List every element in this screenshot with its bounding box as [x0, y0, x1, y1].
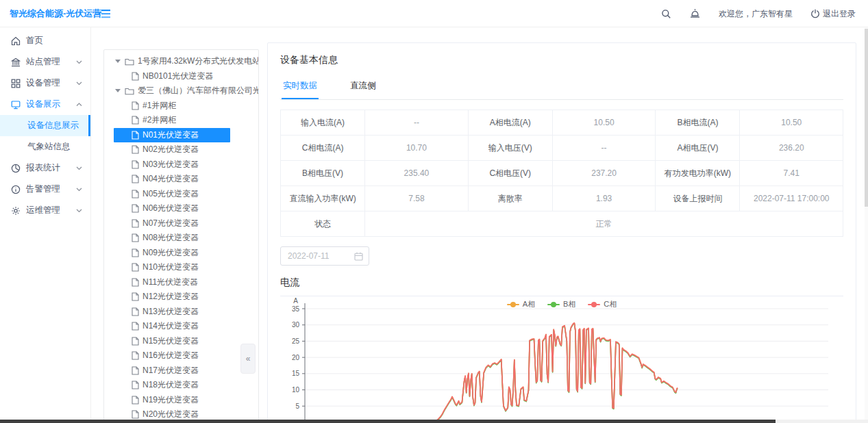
tree-node-file[interactable]: N02光伏逆变器 — [104, 142, 258, 157]
horizontal-scrollbar-thumb[interactable] — [0, 420, 776, 423]
tree-node-file[interactable]: N19光伏逆变器 — [104, 393, 258, 408]
date-picker-value: 2022-07-11 — [288, 251, 354, 261]
tree-node-file[interactable]: N16光伏逆变器 — [104, 348, 258, 363]
legend-item-phase-b[interactable]: B相 — [547, 299, 575, 309]
cell-value: 237.20 — [552, 161, 656, 186]
caret-down-icon[interactable] — [115, 89, 121, 92]
legend-item-phase-a[interactable]: A相 — [507, 299, 535, 309]
gear-icon — [11, 206, 21, 216]
tree-node-file[interactable]: #2并网柜 — [104, 113, 258, 128]
tree-node-label: N04光伏逆变器 — [142, 173, 199, 185]
sidebar-item-device-display[interactable]: 设备展示 — [0, 94, 90, 115]
tree-node-file[interactable]: #1并网柜 — [104, 99, 258, 114]
file-icon — [132, 292, 139, 301]
tree-node-label: N06光伏逆变器 — [142, 203, 199, 214]
tree-node-label: N13光伏逆变器 — [142, 306, 199, 318]
device-tree-panel: 1号家用4.32kW分布式光伏发电站NB0101光伏逆变器爱三（佛山）汽车部件有… — [103, 49, 259, 423]
tree-node-file[interactable]: N04光伏逆变器 — [104, 172, 258, 187]
sidebar-item-label: 报表统计 — [26, 162, 60, 174]
chart-legend: A相 B相 C相 — [280, 299, 843, 309]
tree-node-folder[interactable]: 爱三（佛山）汽车部件有限公司光伏发电站 — [104, 84, 258, 99]
device-info-table: 输入电流(A) -- A相电流(A) 10.50 B相电流(A) 10.50 C… — [280, 110, 843, 237]
tree-node-file[interactable]: N10光伏逆变器 — [104, 260, 258, 275]
monitor-icon — [11, 100, 21, 110]
chevron-down-icon — [76, 60, 82, 64]
sidebar-item-operations[interactable]: 运维管理 — [0, 200, 90, 221]
chevron-down-icon — [76, 166, 82, 170]
tree-node-label: N09光伏逆变器 — [142, 247, 199, 259]
cell-label: B相电流(A) — [656, 110, 740, 136]
tree-node-folder[interactable]: 1号家用4.32kW分布式光伏发电站 — [104, 54, 258, 69]
tab-dc-side[interactable]: 直流侧 — [349, 76, 377, 99]
tree-node-file[interactable]: N14光伏逆变器 — [104, 319, 258, 334]
sidebar-item-label: 设备管理 — [26, 77, 60, 89]
sidebar-item-label: 站点管理 — [26, 56, 60, 68]
tree-node-file[interactable]: N03光伏逆变器 — [104, 157, 258, 172]
tree-node-file[interactable]: N11光伏逆变器 — [104, 275, 258, 290]
folder-icon — [125, 57, 134, 66]
sidebar-item-label: 告警管理 — [26, 183, 60, 195]
search-icon[interactable] — [661, 9, 671, 19]
tree-node-file[interactable]: N09光伏逆变器 — [104, 246, 258, 261]
tree-node-file[interactable]: N06光伏逆变器 — [104, 201, 258, 216]
tree-node-file[interactable]: N05光伏逆变器 — [104, 187, 258, 202]
sidebar-subitem-weather-station[interactable]: 气象站信息 — [0, 136, 90, 157]
tree-node-label: N18光伏逆变器 — [142, 379, 199, 391]
appstore-icon — [11, 79, 21, 88]
tree-node-file[interactable]: N18光伏逆变器 — [104, 378, 258, 393]
calendar-icon — [354, 252, 363, 261]
legend-label: C相 — [604, 299, 617, 309]
cell-label: 有功发电功率(kW) — [656, 161, 740, 186]
tree-node-file[interactable]: N12光伏逆变器 — [104, 290, 258, 305]
table-row: 直流输入功率(kW) 7.58 离散率 1.93 设备上报时间 2022-07-… — [281, 186, 843, 212]
cell-value: -- — [552, 136, 656, 161]
sidebar-item-sites[interactable]: 站点管理 — [0, 51, 90, 73]
tree-node-file[interactable]: N17光伏逆变器 — [104, 363, 258, 379]
logout-button[interactable]: 退出登录 — [810, 8, 856, 20]
tree-node-label: N01光伏逆变器 — [142, 129, 199, 141]
file-icon — [132, 190, 139, 198]
device-info-panel: 设备基本信息 实时数据 直流侧 输入电流(A) -- A相电流(A) 10.50… — [267, 42, 856, 423]
sidebar-subitem-device-info[interactable]: 设备信息展示 — [0, 115, 90, 136]
sidebar-item-reports[interactable]: 报表统计 — [0, 157, 90, 179]
vertical-scrollbar-thumb[interactable] — [865, 29, 868, 207]
vertical-scrollbar-track — [865, 27, 868, 420]
status-value: 正常 — [365, 212, 843, 237]
home-icon — [11, 36, 21, 46]
tree-node-file[interactable]: N15光伏逆变器 — [104, 334, 258, 349]
alarm-icon[interactable] — [689, 8, 701, 19]
date-picker[interactable]: 2022-07-11 — [280, 246, 369, 266]
tab-realtime-data[interactable]: 实时数据 — [282, 76, 319, 99]
tree-collapse-handle[interactable]: « — [240, 344, 256, 374]
panel-title: 设备基本信息 — [280, 54, 843, 66]
tree-node-file[interactable]: N01光伏逆变器 — [114, 128, 230, 143]
tree-node-file[interactable]: N13光伏逆变器 — [104, 305, 258, 320]
cell-label: B相电压(V) — [281, 161, 365, 186]
menu-fold-button[interactable] — [98, 8, 112, 20]
cell-label: 直流输入功率(kW) — [281, 186, 365, 212]
sidebar-item-alarms[interactable]: 告警管理 — [0, 179, 90, 200]
tree-node-file[interactable]: NB0101光伏逆变器 — [104, 69, 258, 84]
legend-item-phase-c[interactable]: C相 — [588, 299, 617, 309]
tree-node-label: N12光伏逆变器 — [142, 291, 199, 303]
tree-node-file[interactable]: N07光伏逆变器 — [104, 216, 258, 231]
tree-node-file[interactable]: N08光伏逆变器 — [104, 231, 258, 246]
file-icon — [132, 233, 139, 242]
sidebar-item-devices[interactable]: 设备管理 — [0, 73, 90, 94]
cell-value: -- — [365, 110, 469, 136]
legend-label: B相 — [563, 299, 575, 309]
cell-value: 235.40 — [365, 161, 469, 186]
file-icon — [132, 116, 139, 125]
app-logo: 智光综合能源-光伏运营 — [0, 8, 91, 20]
sidebar-item-home[interactable]: 首页 — [0, 30, 90, 51]
tree-node-label: N05光伏逆变器 — [142, 188, 199, 200]
file-icon — [132, 131, 139, 140]
tree-node-label: #2并网柜 — [142, 114, 176, 126]
file-icon — [132, 410, 139, 419]
tree-node-label: N16光伏逆变器 — [142, 350, 199, 361]
caret-down-icon[interactable] — [115, 60, 121, 63]
file-icon — [132, 278, 139, 287]
cell-value: 7.41 — [740, 161, 843, 186]
legend-marker-c-icon — [588, 302, 600, 307]
file-icon — [132, 248, 139, 257]
